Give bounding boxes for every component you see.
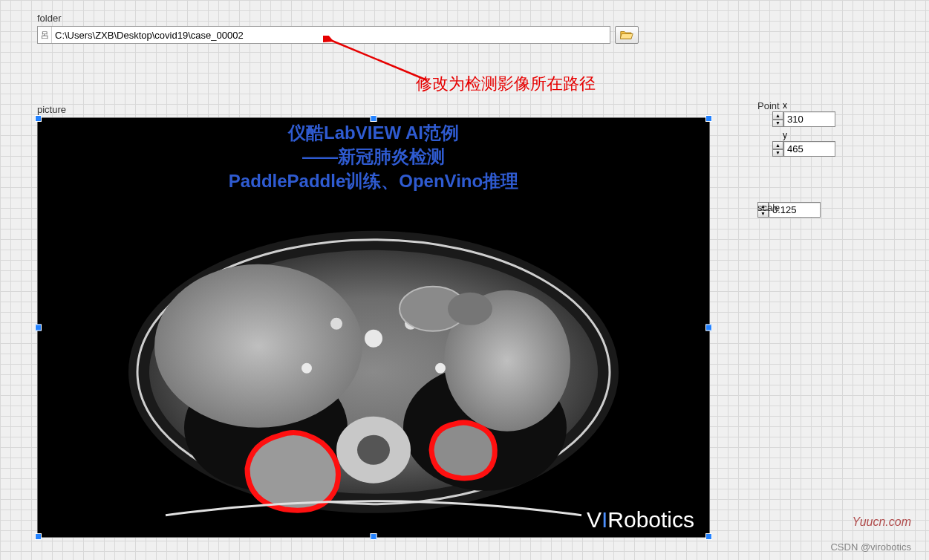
svg-point-9	[357, 435, 390, 465]
overlay-line2: ——新冠肺炎检测	[38, 145, 709, 169]
svg-point-11	[330, 318, 342, 330]
picture-display[interactable]: 仪酷LabVIEW AI范例 ——新冠肺炎检测 PaddlePaddle训练、O…	[37, 117, 710, 538]
svg-point-13	[301, 363, 312, 374]
x-decrement-button[interactable]: ▼	[772, 120, 783, 128]
svg-point-16	[448, 293, 492, 325]
browse-button[interactable]	[615, 26, 639, 44]
overlay-line1: 仪酷LabVIEW AI范例	[38, 121, 709, 145]
logo-prefix: V	[587, 507, 602, 532]
scale-label: scale	[757, 202, 780, 213]
svg-point-14	[435, 363, 446, 374]
x-input[interactable]	[783, 111, 835, 127]
logo-rest: Robotics	[607, 507, 694, 532]
virobotics-logo: VIRobotics	[587, 507, 694, 533]
svg-point-6	[154, 264, 362, 428]
resize-handle[interactable]	[371, 533, 377, 540]
resize-handle[interactable]	[35, 325, 42, 331]
picture-label: picture	[37, 104, 66, 115]
resize-handle[interactable]	[705, 533, 712, 540]
y-decrement-button[interactable]: ▼	[772, 149, 783, 157]
path-type-icon: 呂	[38, 27, 52, 43]
point-cluster: Point x ▲ ▼ y ▲ ▼	[757, 100, 835, 160]
resize-handle[interactable]	[35, 533, 42, 540]
svg-line-0	[330, 40, 427, 80]
y-label: y	[772, 130, 835, 140]
y-increment-button[interactable]: ▲	[772, 141, 783, 149]
folder-path-control[interactable]: 呂	[37, 26, 610, 44]
resize-handle[interactable]	[705, 325, 712, 331]
folder-label: folder	[37, 13, 62, 24]
y-input[interactable]	[783, 141, 835, 157]
scale-control: scale ▲ ▼	[757, 202, 821, 218]
image-title-overlay: 仪酷LabVIEW AI范例 ——新冠肺炎检测 PaddlePaddle训练、O…	[38, 121, 709, 193]
svg-point-10	[365, 330, 382, 348]
csdn-watermark: CSDN @virobotics	[830, 541, 911, 553]
ct-scan-image	[114, 212, 633, 532]
x-increment-button[interactable]: ▲	[772, 111, 783, 120]
x-label: x	[772, 100, 835, 111]
folder-path-input[interactable]	[52, 27, 610, 43]
folder-open-icon	[620, 30, 633, 40]
yuucn-watermark: Yuucn.com	[853, 515, 911, 529]
y-spinner[interactable]: ▲ ▼	[772, 141, 783, 157]
point-label: Point	[757, 100, 780, 111]
overlay-line3: PaddlePaddle训练、OpenVino推理	[38, 169, 709, 193]
x-spinner[interactable]: ▲ ▼	[772, 111, 783, 127]
annotation-text: 修改为检测影像所在路径	[416, 73, 596, 95]
